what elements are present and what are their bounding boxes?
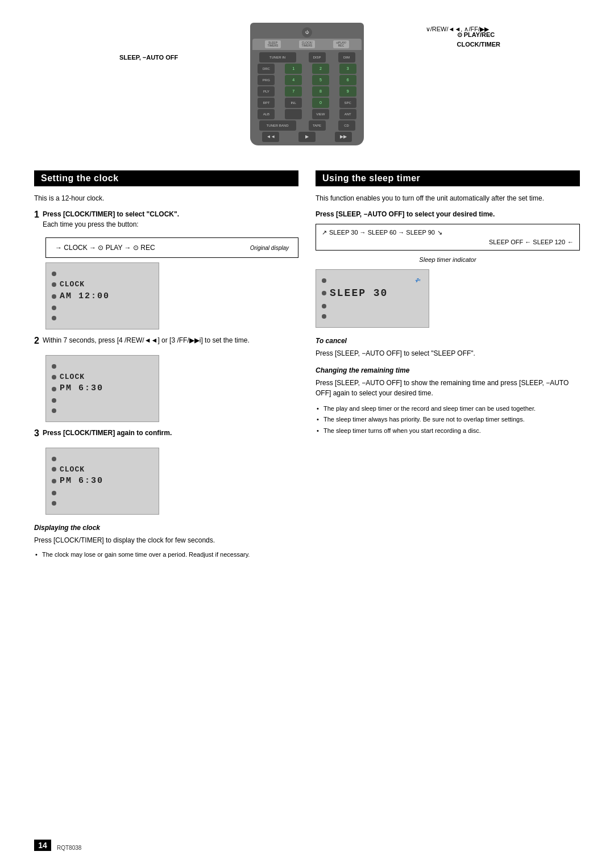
sleep-flow-diagram: ↗ SLEEP 30 → SLEEP 60 → SLEEP 90 ↘ SLEEP… (316, 224, 580, 251)
sleep-bullet-3: The sleep timer turns off when you start… (316, 426, 580, 436)
sleep-display-row4 (322, 311, 421, 322)
indicator-3-5 (52, 501, 56, 506)
step-3-instruction: Press [CLOCK/TIMER] again to confirm. (43, 429, 172, 437)
sleep-display: 💤 SLEEP 30 (316, 269, 429, 328)
btn-0: 0 (312, 98, 329, 108)
sleep-display-text: SLEEP 30 (330, 286, 388, 301)
indicator-3-3 (52, 479, 56, 483)
page-number: 14 (34, 840, 51, 851)
display3-row1 (52, 454, 151, 464)
indicator-3-4 (52, 491, 56, 495)
step-1-number: 1 (34, 209, 39, 221)
clock-bullets: The clock may lose or gain some time ove… (34, 550, 298, 560)
to-cancel-title: To cancel (316, 336, 580, 346)
playmode-btn: PLY (258, 86, 275, 97)
indicator-2-3 (52, 387, 56, 391)
tape-btn: TAPE (309, 120, 326, 131)
main-content: Setting the clock This is a 12-hour cloc… (34, 170, 580, 561)
display2-time-text: PM 6:30 (60, 382, 103, 395)
remote-control: ⏻ SLEEPTIMERS CLOCK/TIMERS ⊙PLAY/REC TUN… (250, 23, 364, 145)
sleep-timer-body: This function enables you to turn off th… (316, 193, 580, 435)
sleep-display-row3 (322, 301, 421, 311)
display1-time-text: AM 12:00 (60, 290, 110, 303)
sleep-intro: This function enables you to turn off th… (316, 193, 580, 203)
display3-row3: PM 6:30 (52, 475, 151, 488)
step-1-instruction: Press [CLOCK/TIMER] to select "CLOCK". (43, 210, 179, 218)
sleep-timer-indicator-label: Sleep timer indicator (316, 255, 580, 265)
btn-3: 3 (339, 64, 356, 74)
sleep-timer-header: Using the sleep timer (316, 170, 580, 186)
right-annotations: ⊙ PLAY/REC CLOCK/TIMER (457, 31, 500, 50)
step-2-number: 2 (34, 335, 39, 347)
btn-5: 5 (312, 75, 329, 85)
remote-rows: TUNER IN DISP DIM DRC 1 2 3 PRG 4 5 (252, 51, 362, 143)
row-album: ALB VIEW ANT (254, 109, 360, 119)
step-3: 3 Press [CLOCK/TIMER] again to confirm. (34, 428, 298, 440)
changing-title: Changing the remaining time (316, 365, 580, 375)
btn-1: 1 (285, 64, 302, 74)
sleep-flow-row2: SLEEP OFF ← SLEEP 120 ← (322, 237, 574, 247)
btn-7: 7 (285, 86, 302, 97)
indicator-1-4 (52, 306, 56, 310)
step-3-number: 3 (34, 428, 39, 440)
indicator-1-5 (52, 316, 56, 320)
display3-clock-text: CLOCK (60, 464, 85, 475)
sleep-bullets: The play and sleep timer or the record a… (316, 404, 580, 436)
sleep-flow-corner: ↘ (437, 228, 442, 237)
clock-display-3: CLOCK PM 6:30 (45, 448, 159, 515)
btn-9: 9 (339, 86, 356, 97)
sleep-indicator-4 (322, 314, 326, 319)
row-repeat: RPT INL 0 SPC (254, 98, 360, 108)
sleep-timer-section: Using the sleep timer This function enab… (316, 170, 580, 561)
clock-bullet-1: The clock may lose or gain some time ove… (34, 550, 298, 560)
sleep-flow-arrow2: ← (567, 237, 574, 247)
display2-row4 (52, 395, 151, 406)
btn-6: 6 (339, 75, 356, 85)
row-transport: ◄◄ ▶ ▶▶ (254, 132, 360, 142)
btn-2: 2 (312, 64, 329, 74)
clock-flow-text: → CLOCK → ⊙ PLAY → ⊙ REC (55, 243, 155, 253)
step-3-text: Press [CLOCK/TIMER] again to confirm. (43, 428, 298, 438)
display1-row1 (52, 269, 151, 279)
step-2-text: Within 7 seconds, press [4 /REW/◄◄] or [… (43, 335, 298, 345)
dimmer-btn: DIM (338, 52, 355, 62)
view-btn: VIEW (312, 109, 329, 119)
indicator-1-3 (52, 294, 56, 299)
sleep-indicator-3 (322, 304, 326, 308)
flow-label: Original display (250, 244, 289, 252)
indicator-2-1 (52, 364, 56, 369)
album-btn: ALB (258, 109, 275, 119)
btn-8: 8 (312, 86, 329, 97)
ant-btn: ANT (339, 109, 356, 119)
sleep-flow-text1: SLEEP 30 → SLEEP 60 → SLEEP 90 (329, 228, 435, 237)
displaying-clock-text: Press [CLOCK/TIMER] to display the clock… (34, 535, 298, 545)
sleep-icon: 💤 (415, 277, 421, 284)
displaying-clock-title: Displaying the clock (34, 523, 298, 533)
setting-clock-section: Setting the clock This is a 12-hour cloc… (34, 170, 298, 561)
clock-intro: This is a 12-hour clock. (34, 193, 298, 203)
changing-text: Press [SLEEP, −AUTO OFF] to show the rem… (316, 378, 580, 398)
sleep-display-row1: 💤 (322, 276, 421, 286)
indicator-1-2 (52, 282, 56, 287)
ff-btn: ▶▶ (335, 132, 352, 142)
setting-clock-body: This is a 12-hour clock. 1 Press [CLOCK/… (34, 193, 298, 559)
clock-display-1: CLOCK AM 12:00 (45, 262, 159, 329)
clock-timer-annotation: CLOCK/TIMER (457, 41, 500, 48)
clock-timers-btn: CLOCK/TIMERS (299, 40, 315, 48)
indicator-2-4 (52, 398, 56, 403)
inl-btn: INL (285, 98, 302, 108)
sleep-bullet-2: The sleep timer always has priority. Be … (316, 415, 580, 424)
sleep-flow-row1: ↗ SLEEP 30 → SLEEP 60 → SLEEP 90 ↘ (322, 228, 574, 237)
display1-row4 (52, 303, 151, 313)
tuner-band-btn: TUNER BAND (259, 120, 296, 131)
program-btn: PRG (258, 75, 275, 85)
display-btn: DISP (309, 52, 326, 62)
rew-btn: ◄◄ (262, 132, 279, 142)
display1-row3: AM 12:00 (52, 290, 151, 303)
row-playmode: PLY 7 8 9 (254, 86, 360, 97)
indicator-3-1 (52, 457, 56, 461)
row-drc: DRC 1 2 3 (254, 64, 360, 74)
sleep-flow-line1: ↗ (322, 228, 327, 237)
sleep-bullet-1: The play and sleep timer or the record a… (316, 404, 580, 414)
power-button: ⏻ (302, 27, 312, 37)
